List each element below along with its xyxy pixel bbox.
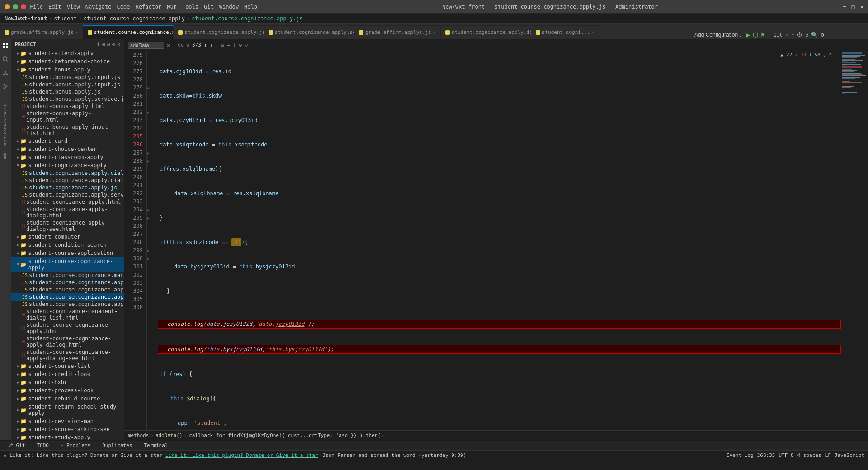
git-sync-icon[interactable]: ↑	[791, 32, 794, 38]
menu-view[interactable]: View	[67, 4, 80, 10]
git-label[interactable]: Git	[774, 32, 783, 38]
file-student-cognizance-apply-js[interactable]: JS student.cognizance.apply.js	[11, 184, 124, 191]
warning-indicator[interactable]: ▲ 27	[780, 52, 793, 58]
file-apply-dialog-js[interactable]: JS student.course.cognizance.apply.dialo…	[11, 279, 124, 286]
code-editor[interactable]: ▲ 27 ✕ 31 ℹ 58 ⌄ ⌃ 275 276 277 278 279 2…	[124, 51, 868, 430]
event-log-label[interactable]: Event Log	[726, 452, 754, 458]
file-student-bonus-apply-input-html[interactable]: H student-bonus-apply-input.html	[11, 110, 124, 123]
add-configuration-button[interactable]: Add Configuration .	[692, 31, 744, 39]
new-folder-icon[interactable]: ⊞	[102, 41, 105, 47]
toolbar-icon-1[interactable]: ⊡	[221, 42, 224, 48]
tab-3[interactable]: student.cognizance.apply.service.js ✕	[264, 25, 354, 39]
match-word-icon[interactable]: W	[186, 42, 189, 48]
file-student-bonus-apply-input-list-html[interactable]: H student-bonus-apply-input-list.html	[11, 123, 124, 137]
breadcrumb-methods[interactable]: methods	[128, 432, 149, 438]
file-student-bonus-apply-html[interactable]: H student-bonus-apply.html	[11, 103, 124, 110]
folder-student-process-look[interactable]: ▶ 📁 student-process-look	[11, 386, 124, 395]
folder-student-beforehand-choice[interactable]: ▶ 📁 student-beforehand-choice	[11, 57, 124, 66]
file-apply-dialog-html[interactable]: H student-course-cognizance-apply-dialog…	[11, 335, 124, 348]
folder-student-rebuild-course[interactable]: ▶ 📁 student-rebuild-course	[11, 395, 124, 403]
folder-student-course-list[interactable]: ▶ 📁 student-course-list	[11, 362, 124, 370]
search-icon[interactable]	[1, 55, 10, 64]
menu-edit[interactable]: Edit	[48, 4, 61, 10]
settings-icon[interactable]: ⚙	[821, 32, 824, 38]
folder-student-return-school[interactable]: ▶ 📁 student-return-school-study-apply	[11, 403, 124, 417]
breadcrumb-callback[interactable]: callback for findXfjmglKzByOne({ cust...…	[189, 432, 383, 438]
file-apply-js-active[interactable]: JS student.course.cognizance.apply.js	[11, 293, 124, 301]
close-icon[interactable]: ✕	[860, 4, 863, 10]
menu-refactor[interactable]: Refactor	[135, 4, 161, 10]
tab-1[interactable]: student.course.cognizance.apply.js ✕	[83, 25, 174, 39]
folder-student-course-cognizance-apply[interactable]: ▼ 📂 student-course-cognizance-apply	[11, 257, 124, 272]
git-clock-icon[interactable]: ⏱	[797, 32, 802, 38]
new-file-icon[interactable]: +	[97, 41, 100, 47]
close-sidebar-icon[interactable]: ✕	[117, 41, 120, 47]
menu-window[interactable]: Window	[219, 4, 239, 10]
folder-student-hxhr[interactable]: ▶ 📁 student-hxhr	[11, 378, 124, 386]
next-match-icon[interactable]: ↓	[210, 42, 213, 48]
tab-close-4[interactable]: ✕	[433, 30, 436, 35]
menu-git[interactable]: Git	[204, 4, 214, 10]
breadcrumb-2[interactable]: student-course-cognizance-apply	[84, 15, 185, 22]
debug-icon[interactable]	[1, 82, 10, 91]
file-apply-dialog-see-js[interactable]: JS student.course.cognizance.apply.dialo…	[11, 286, 124, 293]
npm-icon[interactable]: npm	[1, 150, 10, 160]
breadcrumb-adddata[interactable]: addData()	[156, 432, 183, 438]
close-button[interactable]	[21, 4, 26, 9]
folder-student-attend-apply[interactable]: ▶ 📁 student-attend-apply	[11, 49, 124, 57]
menu-help[interactable]: Help	[244, 4, 257, 10]
run-debug-icon[interactable]: ⬡	[753, 31, 758, 38]
code-content[interactable]: data.cjg103id = res.id data.skdw=this.sk…	[154, 51, 841, 430]
tab-close-0[interactable]: ✕	[75, 30, 78, 35]
file-student-cognizance-apply-dialog-see-html[interactable]: H student-cognizance-apply-dialog-see.ht…	[11, 219, 124, 233]
file-student-cognizance-apply-service-js[interactable]: JS student.cognizance.apply.service.js	[11, 191, 124, 198]
git-icon[interactable]	[1, 68, 10, 77]
collapse-icon[interactable]: ⌃	[829, 52, 832, 58]
file-student-cognizance-apply-dialog-see-js[interactable]: JS student.cognizance.apply.dialog.see.j…	[11, 177, 124, 184]
toolbar-icon-2[interactable]: →	[227, 42, 230, 48]
filter-icon[interactable]: ▽	[245, 42, 248, 48]
file-student-bonus-apply-input-js-2[interactable]: JS student.bonus.apply.input.js	[11, 81, 124, 88]
tab-0[interactable]: grade.affirm.apply.js ✕	[0, 25, 83, 39]
explorer-icon[interactable]	[1, 41, 10, 50]
minimize-icon[interactable]: ─	[843, 4, 846, 10]
menu-code[interactable]: Code	[117, 4, 130, 10]
folder-student-card[interactable]: ▶ 📁 student-card	[11, 137, 124, 145]
tab-close-6[interactable]: ✕	[592, 30, 594, 35]
structure-icon[interactable]: Structure	[1, 111, 10, 120]
menu-navigate[interactable]: Navigate	[85, 4, 112, 10]
file-manament-dialog-list-js[interactable]: JS student.course.cognizance.manament.di…	[11, 272, 124, 279]
breadcrumb-3[interactable]: student.course.cognizance.apply.js	[192, 15, 303, 22]
bottom-tab-duplicates[interactable]: Duplicates	[99, 442, 136, 449]
match-case-icon[interactable]: Cc	[178, 42, 184, 48]
file-apply-dialog-see-html[interactable]: H student-course-cognizance-apply-dialog…	[11, 348, 124, 362]
folder-student-cognizance-apply[interactable]: ▼ 📂 student-cognizance-apply	[11, 161, 124, 169]
folder-student-credit-look[interactable]: ▶ 📁 student-credit-look	[11, 370, 124, 378]
prev-match-icon[interactable]: ↑	[204, 42, 207, 48]
bottom-tab-terminal[interactable]: Terminal	[140, 442, 171, 449]
error-indicator[interactable]: ✕ 31	[795, 52, 807, 58]
expand-icon[interactable]: ⌄	[823, 52, 826, 58]
folder-student-bonus-apply[interactable]: ▼ 📂 student-bonus-apply	[11, 66, 124, 74]
file-student-cognizance-apply-dialog-js[interactable]: JS student.cognizance.apply.dialog.js	[11, 169, 124, 177]
folder-student-choice-center[interactable]: ▶ 📁 student-choice-center	[11, 145, 124, 153]
tab-5[interactable]: student.cognizance.apply.dialog.js ✕	[441, 25, 531, 39]
folder-student-course-application[interactable]: ▶ 📁 student-course-application	[11, 249, 124, 257]
collapse-all-icon[interactable]: ⊟	[107, 41, 110, 47]
file-apply-service-js[interactable]: JS student.course.cognizance.apply.servi…	[11, 301, 124, 308]
bottom-tab-problems[interactable]: ⚠ Problems	[57, 442, 94, 449]
file-apply-html[interactable]: H student-course-cognizance-apply.html	[11, 321, 124, 335]
file-student-cognizance-apply-html[interactable]: H student-cognizance-apply.html	[11, 198, 124, 206]
folder-student-score-ranking[interactable]: ▶ 📁 student-score-ranking-see	[11, 425, 124, 433]
folder-student-condition-search[interactable]: ▶ 📁 student-condition-search	[11, 241, 124, 249]
search-global-icon[interactable]: 🔍	[811, 32, 818, 38]
breadcrumb-1[interactable]: student	[54, 15, 77, 22]
folder-student-computer[interactable]: ▶ 📁 student-computer	[11, 233, 124, 241]
tab-2[interactable]: student.cognizance.apply.js ✕	[174, 25, 264, 39]
file-manament-dialog-list-html[interactable]: H student-cognizance-manament-dialog-lis…	[11, 308, 124, 321]
toolbar-icon-3[interactable]: ⟨	[233, 42, 236, 48]
toolbar-icon-4[interactable]: ⊘	[239, 42, 242, 48]
folder-student-study-apply[interactable]: ▶ 📁 student-study-apply	[11, 433, 124, 440]
maximize-button[interactable]	[13, 4, 18, 9]
menu-tools[interactable]: Tools	[182, 4, 198, 10]
